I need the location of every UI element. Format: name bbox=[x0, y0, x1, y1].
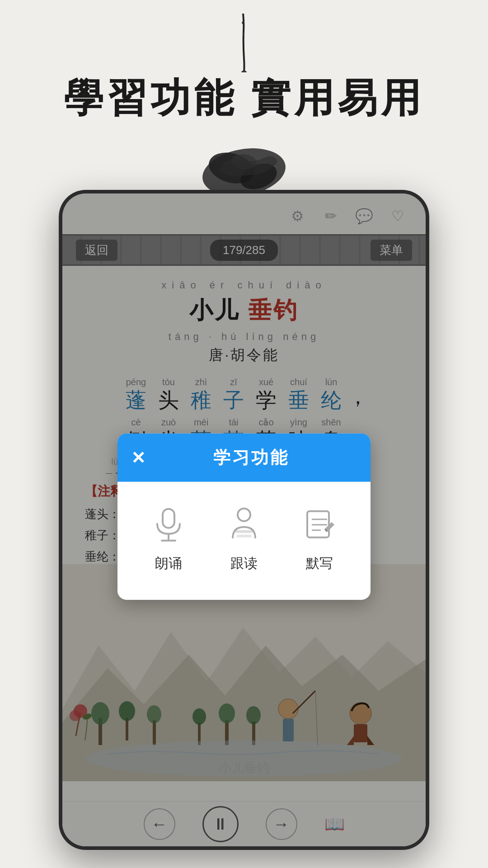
svg-rect-35 bbox=[235, 530, 253, 533]
ink-drip-icon bbox=[230, 14, 258, 72]
modal-label-dictation: 默写 bbox=[306, 554, 333, 573]
read-icon bbox=[224, 505, 264, 545]
modal-close-button[interactable]: ✕ bbox=[131, 448, 145, 467]
svg-point-0 bbox=[241, 71, 247, 72]
top-section: 學習功能 實用易用 bbox=[0, 0, 488, 202]
phone-mockup: ⚙ ✏ 💬 ♡ 返回 179/285 菜单 xiāo ér chuí diào … bbox=[59, 190, 429, 850]
modal-header: ✕ 学习功能 bbox=[117, 434, 371, 482]
write-icon bbox=[299, 505, 340, 545]
svg-point-34 bbox=[238, 509, 250, 521]
modal-label-follow-read: 跟读 bbox=[230, 554, 258, 573]
modal-title: 学习功能 bbox=[145, 446, 357, 469]
modal-item-dictation[interactable]: 默写 bbox=[299, 505, 340, 573]
svg-rect-31 bbox=[163, 509, 174, 528]
modal-item-follow-read[interactable]: 跟读 bbox=[224, 505, 264, 573]
modal-body: 朗诵 跟读 bbox=[117, 482, 371, 600]
modal-dialog: ✕ 学习功能 朗诵 bbox=[117, 434, 371, 600]
modal-item-recite[interactable]: 朗诵 bbox=[148, 505, 189, 573]
microphone-icon bbox=[148, 505, 189, 545]
headline: 學習功能 實用易用 bbox=[64, 77, 424, 121]
svg-rect-36 bbox=[236, 535, 252, 538]
phone-screen: ⚙ ✏ 💬 ♡ 返回 179/285 菜单 xiāo ér chuí diào … bbox=[62, 193, 426, 846]
modal-label-recite: 朗诵 bbox=[155, 554, 182, 573]
